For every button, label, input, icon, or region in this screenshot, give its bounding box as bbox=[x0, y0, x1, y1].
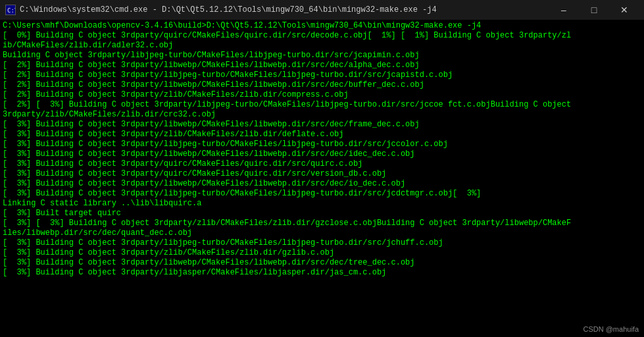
terminal-line: ib/CMakeFiles/zlib.dir/adler32.c.obj bbox=[3, 41, 641, 51]
svg-text:C:\: C:\ bbox=[7, 7, 15, 14]
terminal: C:\Users\mhf\Downloads\opencv-3.4.16\bui… bbox=[0, 20, 644, 337]
terminal-line: [ 2%] Building C object 3rdparty/zlib/CM… bbox=[3, 90, 641, 100]
terminal-line: [ 2%] Building C object 3rdparty/libwebp… bbox=[3, 80, 641, 90]
terminal-line: [ 3%] Building C object 3rdparty/libjpeg… bbox=[3, 189, 641, 199]
terminal-line: [ 3%] Building C object 3rdparty/libwebp… bbox=[3, 149, 641, 159]
title-bar-controls: – □ ✕ bbox=[549, 0, 639, 20]
minimize-button[interactable]: – bbox=[549, 0, 578, 20]
title-bar-left: C:\ C:\Windows\system32\cmd.exe - D:\Qt\… bbox=[5, 5, 437, 15]
terminal-line: [ 2%] [ 3%] Building C object 3rdparty/l… bbox=[3, 100, 641, 110]
watermark: CSDN @mahuifa bbox=[583, 325, 639, 333]
terminal-line: [ 0%] Building C object 3rdparty/quirc/C… bbox=[3, 31, 641, 41]
terminal-line: [ 3%] [ 3%] Building C object 3rdparty/z… bbox=[3, 219, 641, 228]
terminal-line: [ 3%] Building C object 3rdparty/zlib/CM… bbox=[3, 130, 641, 140]
terminal-line: [ 3%] Building C object 3rdparty/libwebp… bbox=[3, 120, 641, 130]
close-button[interactable]: ✕ bbox=[610, 0, 639, 20]
prompt-line: C:\Users\mhf\Downloads\opencv-3.4.16\bui… bbox=[3, 21, 641, 31]
maximize-button[interactable]: □ bbox=[580, 0, 608, 20]
terminal-line: [ 3%] Building C object 3rdparty/libwebp… bbox=[3, 179, 641, 189]
terminal-line: Building C object 3rdparty/libjpeg-turbo… bbox=[3, 51, 641, 61]
terminal-line: [ 2%] Building C object 3rdparty/libjpeg… bbox=[3, 70, 641, 80]
terminal-line: [ 3%] Building C object 3rdparty/quirc/C… bbox=[3, 169, 641, 179]
terminal-line: [ 3%] Built target quirc bbox=[3, 209, 641, 219]
terminal-line: iles/libwebp.dir/src/dec/quant_dec.c.obj bbox=[3, 228, 641, 238]
terminal-line: [ 3%] Building C object 3rdparty/libjpeg… bbox=[3, 140, 641, 149]
terminal-line: [ 3%] Building C object 3rdparty/libjpeg… bbox=[3, 238, 641, 248]
cmd-icon: C:\ bbox=[5, 5, 16, 15]
terminal-line: 3rdparty/zlib/CMakeFiles/zlib.dir/crc32.… bbox=[3, 110, 641, 120]
window: C:\ C:\Windows\system32\cmd.exe - D:\Qt\… bbox=[0, 0, 644, 337]
terminal-line: [ 2%] Building C object 3rdparty/libwebp… bbox=[3, 61, 641, 70]
terminal-line: [ 3%] Building C object 3rdparty/zlib/CM… bbox=[3, 248, 641, 258]
terminal-line: [ 3%] Building C object 3rdparty/libwebp… bbox=[3, 258, 641, 268]
title-bar-title: C:\Windows\system32\cmd.exe - D:\Qt\Qt5.… bbox=[20, 5, 437, 14]
terminal-line: [ 3%] Building C object 3rdparty/libjasp… bbox=[3, 268, 641, 278]
terminal-line: [ 3%] Building C object 3rdparty/quirc/C… bbox=[3, 159, 641, 169]
terminal-line: Linking C static library ..\lib\libquirc… bbox=[3, 199, 641, 209]
terminal-output: [ 0%] Building C object 3rdparty/quirc/C… bbox=[3, 31, 641, 278]
title-bar: C:\ C:\Windows\system32\cmd.exe - D:\Qt\… bbox=[0, 0, 644, 20]
